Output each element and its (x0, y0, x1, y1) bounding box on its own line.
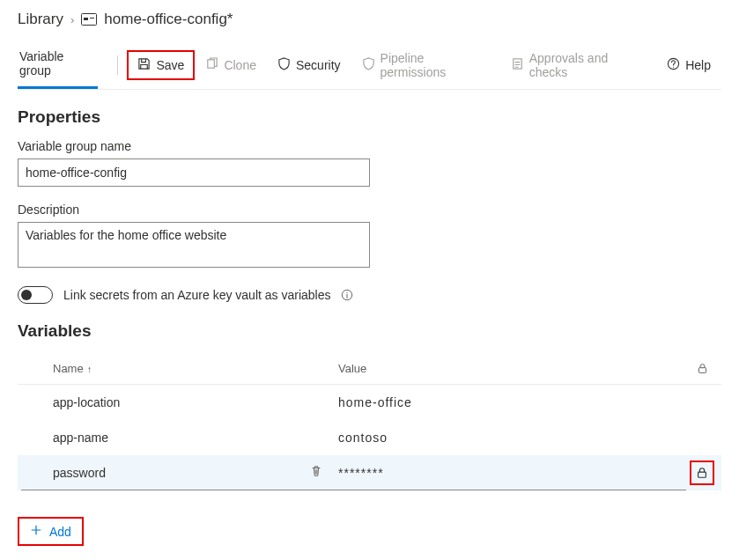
toggle-knob (21, 290, 32, 300)
delete-icon[interactable] (310, 465, 322, 480)
link-secrets-label: Link secrets from an Azure key vault as … (63, 288, 330, 302)
table-row[interactable]: app-name contoso (18, 420, 721, 455)
svg-rect-1 (84, 18, 88, 20)
breadcrumb: Library › home-office-config* (18, 9, 721, 41)
tab-variable-group[interactable]: Variable group (18, 41, 98, 89)
svg-point-8 (347, 292, 348, 293)
link-secrets-toggle[interactable] (18, 286, 53, 304)
save-icon (137, 57, 151, 73)
variable-value[interactable]: ******** (338, 455, 686, 490)
column-header-name[interactable]: Name↑ (21, 362, 338, 375)
clone-button[interactable]: Clone (195, 50, 267, 80)
pipeline-permissions-button[interactable]: Pipeline permissions (351, 44, 500, 86)
table-row[interactable]: password ******** (18, 455, 721, 490)
approvals-button[interactable]: Approvals and checks (500, 44, 656, 86)
variable-group-icon (81, 13, 97, 26)
sort-ascending-icon: ↑ (87, 364, 92, 374)
variable-group-name-label: Variable group name (18, 139, 721, 153)
description-label: Description (18, 203, 721, 217)
column-header-name-label: Name (53, 362, 84, 375)
svg-point-6 (673, 66, 674, 67)
checklist-icon (511, 57, 524, 73)
shield-icon (277, 57, 291, 73)
approvals-label: Approvals and checks (529, 51, 646, 79)
link-secrets-row: Link secrets from an Azure key vault as … (18, 286, 721, 304)
svg-rect-10 (698, 472, 706, 477)
help-icon (667, 57, 680, 73)
security-label: Security (296, 58, 341, 72)
help-label: Help (685, 58, 711, 72)
chevron-right-icon: › (70, 13, 74, 26)
variable-name: app-name (53, 431, 108, 445)
add-label: Add (49, 525, 71, 539)
lock-toggle[interactable] (690, 461, 714, 485)
variables-heading: Variables (18, 321, 721, 341)
variable-value: home-office (338, 395, 686, 409)
svg-rect-3 (208, 59, 215, 67)
clone-icon (205, 57, 218, 73)
svg-rect-2 (90, 18, 94, 18)
shield-outline-icon (362, 57, 375, 73)
toolbar-separator (117, 55, 118, 75)
variable-value: contoso (338, 431, 686, 445)
variable-group-name-input[interactable] (18, 158, 370, 187)
column-header-value[interactable]: Value (338, 362, 686, 375)
breadcrumb-root[interactable]: Library (18, 11, 63, 28)
variables-table-header: Name↑ Value (18, 353, 721, 385)
variable-name: password (53, 466, 106, 480)
column-header-lock (686, 363, 718, 374)
save-label: Save (156, 58, 184, 72)
security-button[interactable]: Security (267, 50, 351, 80)
add-button[interactable]: Add (18, 517, 84, 546)
breadcrumb-current: home-office-config* (104, 11, 233, 28)
pipeline-permissions-label: Pipeline permissions (381, 51, 490, 79)
clone-label: Clone (224, 58, 256, 72)
info-icon[interactable] (341, 289, 353, 301)
svg-rect-9 (698, 368, 706, 373)
field-description: Description (18, 203, 721, 270)
help-button[interactable]: Help (656, 50, 721, 80)
field-variable-group-name: Variable group name (18, 139, 721, 187)
description-input[interactable] (18, 222, 370, 268)
save-button[interactable]: Save (127, 50, 195, 80)
plus-icon (30, 524, 42, 539)
table-row[interactable]: app-location home-office (18, 385, 721, 420)
variable-name: app-location (53, 395, 120, 409)
toolbar: Variable group Save Clone Security Pipel… (18, 41, 721, 90)
properties-heading: Properties (18, 107, 721, 127)
